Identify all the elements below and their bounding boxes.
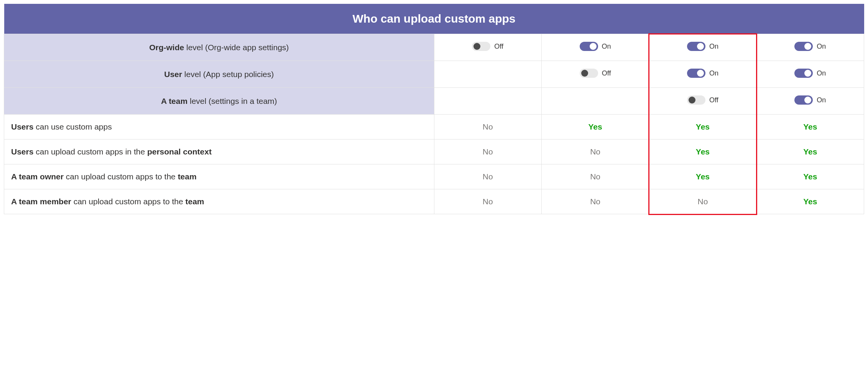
result-value: Yes <box>803 197 817 206</box>
result-value: No <box>698 197 708 206</box>
setting-cell: Off <box>649 88 756 115</box>
label-bold: personal context <box>147 147 212 156</box>
result-value: No <box>590 172 600 181</box>
result-cell: Yes <box>541 115 649 140</box>
toggle-label: On <box>602 43 611 51</box>
label-bold: A team member <box>11 197 71 206</box>
label-rest: level (settings in a team) <box>187 97 277 105</box>
label-bold: User <box>164 70 182 79</box>
table-title: Who can upload custom apps <box>4 4 864 34</box>
result-cell: No <box>434 164 541 189</box>
toggle-on[interactable]: On <box>687 42 718 51</box>
toggle-label: On <box>817 96 826 104</box>
label-bold: team <box>178 172 197 181</box>
setting-cell <box>434 61 541 88</box>
result-cell: No <box>541 140 649 164</box>
result-cell: Yes <box>756 115 864 140</box>
result-value: No <box>590 147 600 156</box>
label-bold: Users <box>11 122 33 131</box>
toggle-on[interactable]: On <box>794 69 826 78</box>
result-cell: Yes <box>649 164 756 189</box>
label-bold: A team <box>161 97 187 105</box>
result-value: Yes <box>696 172 710 181</box>
result-row: A team owner can upload custom apps to t… <box>4 164 864 189</box>
result-cell: Yes <box>756 164 864 189</box>
setting-cell: Off <box>434 34 541 61</box>
toggle-label: Off <box>602 69 611 77</box>
toggle-label: Off <box>494 43 503 51</box>
label-rest: level (Org-wide app settings) <box>184 43 289 52</box>
permissions-table: Who can upload custom appsOrg-wide level… <box>4 4 864 214</box>
result-cell: No <box>541 164 649 189</box>
result-label: Users can use custom apps <box>4 115 434 140</box>
setting-cell <box>541 88 649 115</box>
result-value: Yes <box>803 172 817 181</box>
result-cell: No <box>434 140 541 164</box>
label-bold: A team owner <box>11 172 64 181</box>
result-value: Yes <box>696 122 710 131</box>
label-bold: team <box>186 197 204 206</box>
toggle-label: On <box>817 69 826 77</box>
result-value: Yes <box>588 122 602 131</box>
toggle-off[interactable]: Off <box>580 69 611 78</box>
setting-row: User level (App setup policies)OffOnOn <box>4 61 864 88</box>
label-text: can upload custom apps to the <box>71 197 186 206</box>
setting-cell: On <box>649 61 756 88</box>
result-cell: No <box>434 189 541 214</box>
setting-label: Org-wide level (Org-wide app settings) <box>4 34 434 61</box>
result-value: Yes <box>803 122 817 131</box>
result-row: Users can upload custom apps in the pers… <box>4 140 864 164</box>
result-cell: No <box>434 115 541 140</box>
result-label: A team owner can upload custom apps to t… <box>4 164 434 189</box>
label-bold: Users <box>11 147 33 156</box>
label-text: can use custom apps <box>33 122 112 131</box>
toggle-label: Off <box>709 96 718 104</box>
label-bold: Org-wide <box>149 43 184 52</box>
result-cell: Yes <box>649 140 756 164</box>
result-value: No <box>483 172 493 181</box>
label-rest: level (App setup policies) <box>182 70 274 79</box>
label-text: can upload custom apps in the <box>33 147 147 156</box>
setting-row: A team level (settings in a team)OffOn <box>4 88 864 115</box>
toggle-on[interactable]: On <box>580 42 611 51</box>
setting-row: Org-wide level (Org-wide app settings)Of… <box>4 34 864 61</box>
result-value: No <box>483 147 493 156</box>
setting-cell: On <box>756 88 864 115</box>
result-value: Yes <box>696 147 710 156</box>
result-cell: No <box>541 189 649 214</box>
result-cell: Yes <box>649 115 756 140</box>
result-cell: No <box>649 189 756 214</box>
result-label: Users can upload custom apps in the pers… <box>4 140 434 164</box>
setting-cell: On <box>756 61 864 88</box>
result-value: No <box>483 197 493 206</box>
table-wrap: Who can upload custom appsOrg-wide level… <box>4 4 864 214</box>
toggle-on[interactable]: On <box>794 95 826 105</box>
result-row: A team member can upload custom apps to … <box>4 189 864 214</box>
toggle-on[interactable]: On <box>794 42 826 51</box>
setting-cell: Off <box>541 61 649 88</box>
toggle-off[interactable]: Off <box>687 95 718 105</box>
toggle-label: On <box>817 43 826 51</box>
setting-cell: On <box>541 34 649 61</box>
setting-cell: On <box>649 34 756 61</box>
setting-cell <box>434 88 541 115</box>
setting-label: User level (App setup policies) <box>4 61 434 88</box>
result-cell: Yes <box>756 140 864 164</box>
setting-cell: On <box>756 34 864 61</box>
label-text: can upload custom apps to the <box>64 172 178 181</box>
toggle-on[interactable]: On <box>687 69 718 78</box>
setting-label: A team level (settings in a team) <box>4 88 434 115</box>
result-value: No <box>590 197 600 206</box>
result-value: Yes <box>803 147 817 156</box>
result-cell: Yes <box>756 189 864 214</box>
result-row: Users can use custom appsNoYesYesYes <box>4 115 864 140</box>
result-label: A team member can upload custom apps to … <box>4 189 434 214</box>
toggle-off[interactable]: Off <box>472 42 503 51</box>
toggle-label: On <box>709 43 718 51</box>
result-value: No <box>483 122 493 131</box>
toggle-label: On <box>709 69 718 77</box>
